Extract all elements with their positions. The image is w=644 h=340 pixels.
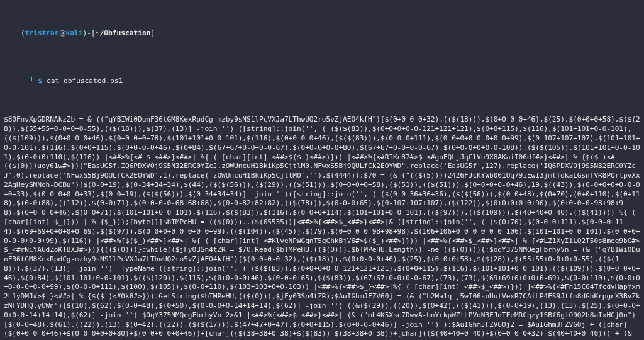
paren-open: ( xyxy=(21,29,25,37)
command-arg: obfuscated.ps1 xyxy=(64,77,123,85)
prompt-host: kali xyxy=(66,29,83,37)
prompt-at: ㉿ xyxy=(59,29,66,37)
terminal-window[interactable]: (tristram㉿kali)-[~/Obfuscation] └─$ cat … xyxy=(0,0,644,340)
bracket-close: ] xyxy=(150,29,155,37)
prompt-user: tristram xyxy=(25,29,59,37)
prompt-line-1: (tristram㉿kali)-[~/Obfuscation] xyxy=(4,20,641,48)
command: cat xyxy=(47,77,59,85)
file-output: $80FnvXpGDRNAkzZb = & (("qYBIWi0DunF36tG… xyxy=(3,115,641,340)
prompt-line-2: └─$ cat obfuscated.ps1 xyxy=(4,67,641,95)
bracket-open: [ xyxy=(91,29,96,37)
prompt-path: Obfuscation xyxy=(104,29,150,37)
prompt-tilde: ~ xyxy=(96,29,100,37)
prompt-char: └─$ xyxy=(30,77,42,85)
